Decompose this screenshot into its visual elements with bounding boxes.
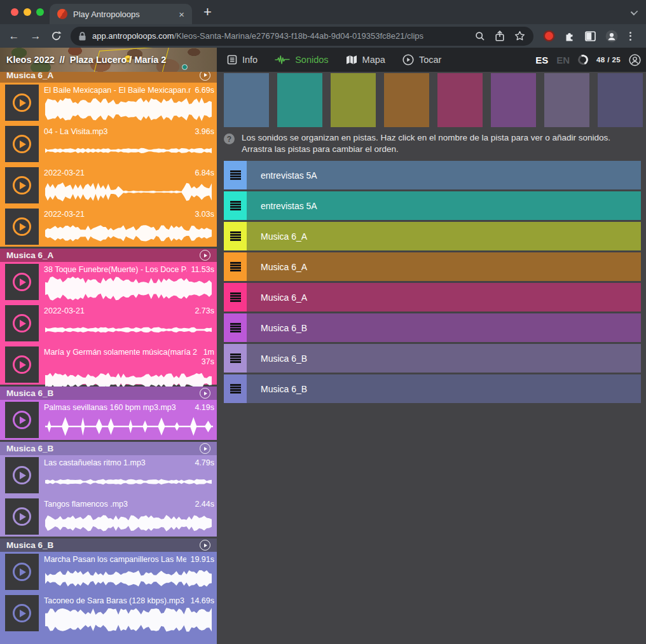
- address-bar[interactable]: app.antropoloops.com/Kleos-Santa-Marina/…: [71, 27, 533, 46]
- lang-es-button[interactable]: ES: [535, 55, 548, 65]
- track-name-area[interactable]: entrevistas 5A: [247, 161, 641, 189]
- clip-play-button[interactable]: [5, 305, 39, 341]
- track-name-area[interactable]: Musica 6_A: [247, 222, 641, 250]
- side-panel-icon[interactable]: [585, 31, 596, 41]
- track-name-area[interactable]: Musica 6_B: [247, 344, 641, 373]
- clip-waveform: [44, 276, 214, 301]
- track-row[interactable]: entrevistas 5A: [224, 161, 641, 189]
- nav-tab-tocar[interactable]: Tocar: [402, 54, 441, 65]
- lang-en-button[interactable]: EN: [556, 55, 570, 65]
- nav-tab-sonidos[interactable]: Sonidos: [275, 55, 328, 65]
- clip-duration: 14.69s: [190, 596, 214, 606]
- browser-menu-kebab-icon[interactable]: [628, 32, 633, 41]
- nav-tab-info[interactable]: Info: [227, 55, 258, 65]
- close-window-button[interactable]: [11, 8, 18, 16]
- clip-title: Taconeo de Sara Baras (128 kbps).mp3: [44, 596, 184, 606]
- track-name-area[interactable]: Musica 6_B: [247, 313, 641, 342]
- bookmark-star-icon[interactable]: [514, 31, 525, 41]
- clip-duration: 2.44s: [195, 500, 214, 509]
- track-name-area[interactable]: Musica 6_B: [247, 374, 641, 403]
- minimize-window-button[interactable]: [24, 8, 31, 16]
- clip-section-body: El Baile Mexicapan - El Baile Mexicapan.…: [0, 83, 217, 247]
- track-drag-handle[interactable]: [224, 191, 247, 220]
- tab-search-chevron-icon[interactable]: [631, 8, 638, 15]
- track-drag-handle[interactable]: [224, 252, 247, 281]
- back-button[interactable]: ←: [8, 30, 20, 43]
- clip-play-button[interactable]: [5, 554, 39, 590]
- map-banner[interactable]: Kleos 2022 // Plaza Lucero / María 2: [0, 48, 217, 72]
- zoom-search-icon[interactable]: [475, 31, 485, 41]
- tracks-panel: ? Los sonidos se organizan en pistas. Ha…: [217, 72, 646, 644]
- drag-handle-icon: [230, 353, 241, 363]
- track-drag-handle[interactable]: [224, 374, 247, 403]
- clip-play-button[interactable]: [5, 209, 39, 245]
- track-row[interactable]: Musica 6_B: [224, 313, 641, 342]
- track-row[interactable]: Musica 6_B: [224, 374, 641, 403]
- help-block: ? Los sonidos se organizan en pistas. Ha…: [224, 132, 640, 154]
- clip-section-body: Marcha Pasan los campanilleros Las Mejor…: [0, 552, 217, 644]
- new-tab-button[interactable]: +: [203, 4, 212, 20]
- track-row[interactable]: Musica 6_A: [224, 252, 641, 281]
- tab-close-icon[interactable]: ×: [179, 10, 184, 19]
- url-text: app.antropoloops.com/Kleos-Santa-Marina/…: [92, 31, 469, 41]
- breadcrumb-separator: //: [60, 55, 65, 65]
- forward-button[interactable]: →: [29, 30, 42, 43]
- section-expand-icon[interactable]: [200, 540, 210, 551]
- audio-clip: Marcha Pasan los campanilleros Las Mejor…: [0, 552, 217, 592]
- track-row[interactable]: Musica 6_A: [224, 222, 641, 250]
- browser-profile-avatar[interactable]: [605, 30, 618, 43]
- track-row[interactable]: Musica 6_A: [224, 283, 641, 312]
- clip-play-button[interactable]: [5, 126, 39, 162]
- track-name-area[interactable]: Musica 6_A: [247, 252, 641, 281]
- track-drag-handle[interactable]: [224, 344, 247, 373]
- clip-play-button[interactable]: [5, 85, 39, 121]
- track-name: entrevistas 5A: [261, 170, 317, 181]
- clip-play-button[interactable]: [5, 595, 39, 631]
- clip-play-button[interactable]: [5, 167, 39, 203]
- record-extension-icon[interactable]: [545, 32, 553, 40]
- section-expand-icon[interactable]: [200, 250, 210, 261]
- breadcrumb-project: Kleos 2022: [6, 55, 55, 65]
- clip-title: 04 - La Visita.mp3: [44, 127, 108, 137]
- clip-waveform: [44, 221, 214, 246]
- clip-section-header[interactable]: Musica 6_B: [0, 442, 217, 455]
- extensions-puzzle-icon[interactable]: [564, 31, 575, 42]
- play-icon: [13, 466, 31, 484]
- nav-tab-mapa[interactable]: Mapa: [346, 55, 385, 65]
- track-drag-handle[interactable]: [224, 161, 247, 189]
- section-expand-icon[interactable]: [200, 443, 210, 454]
- clip-section-title: Musica 6_B: [6, 444, 53, 453]
- clip-play-button[interactable]: [5, 402, 39, 438]
- account-icon[interactable]: [629, 54, 641, 66]
- track-name-area[interactable]: Musica 6_A: [247, 283, 641, 312]
- clip-section-header[interactable]: Musica 6_B: [0, 538, 217, 552]
- section-expand-icon[interactable]: [200, 72, 210, 81]
- clip-play-button[interactable]: [5, 346, 39, 383]
- clip-play-button[interactable]: [5, 457, 39, 493]
- map-icon: [346, 55, 357, 65]
- clip-play-button[interactable]: [5, 264, 39, 300]
- track-drag-handle[interactable]: [224, 313, 247, 342]
- play-icon: [13, 217, 31, 236]
- app-top-bar: Kleos 2022 // Plaza Lucero / María 2 Inf…: [0, 48, 646, 72]
- audio-clip: Palmas sevillanas 160 bpm mp3.mp34.19s: [0, 400, 217, 440]
- track-drag-handle[interactable]: [224, 283, 247, 312]
- load-counter: 48 / 25: [596, 56, 621, 64]
- clip-section-title: Musica 6_B: [6, 540, 53, 550]
- play-icon: [13, 411, 31, 429]
- track-row[interactable]: entrevistas 5A: [224, 191, 641, 220]
- browser-tab[interactable]: Play Antropoloops ×: [50, 4, 192, 24]
- section-expand-icon[interactable]: [200, 388, 210, 399]
- track-drag-handle[interactable]: [224, 222, 247, 250]
- clip-section-header[interactable]: Musica 6_A: [0, 249, 217, 262]
- track-row[interactable]: Musica 6_B: [224, 344, 641, 373]
- track-name-area[interactable]: entrevistas 5A: [247, 191, 641, 220]
- soundwave-icon: [275, 55, 290, 65]
- clip-section-header[interactable]: Musica 6_B: [0, 387, 217, 400]
- zoom-window-button[interactable]: [36, 8, 44, 16]
- clip-section-header[interactable]: Musica 6_A: [0, 72, 217, 83]
- url-domain: app.antropoloops.com: [92, 31, 174, 41]
- reload-button[interactable]: [51, 31, 62, 41]
- share-icon[interactable]: [495, 31, 505, 41]
- clip-play-button[interactable]: [5, 498, 39, 535]
